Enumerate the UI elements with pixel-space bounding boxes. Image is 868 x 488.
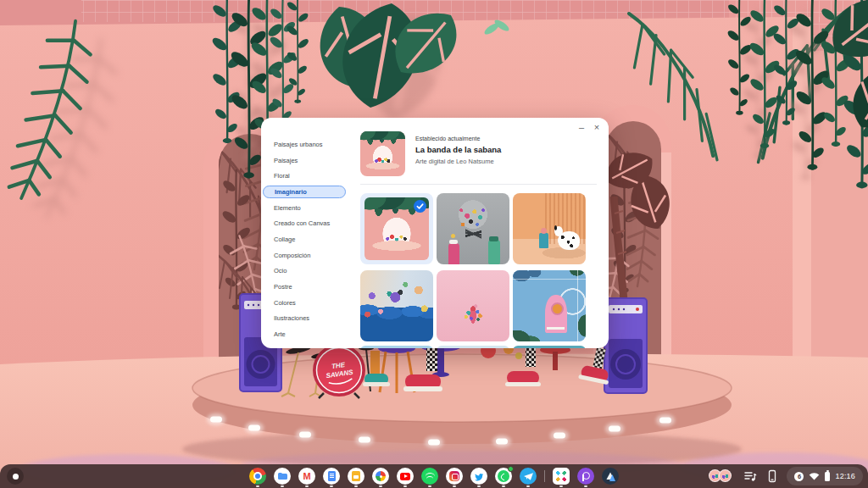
running-indicator: [559, 485, 563, 487]
wallpaper-grid: [360, 193, 586, 341]
google-photos-icon[interactable]: [372, 468, 389, 485]
running-indicator: [281, 485, 284, 487]
category-creado-con-canvas[interactable]: Creado con Canvas: [261, 215, 358, 231]
screenshot-thumb: [719, 469, 732, 482]
current-wallpaper-thumbnail: [360, 131, 405, 176]
wallpaper-tile-savanna-band[interactable]: [360, 193, 433, 264]
status-area[interactable]: 6 12:16: [787, 467, 863, 485]
running-indicator: [477, 485, 481, 487]
category-composicion[interactable]: Composición: [261, 247, 358, 263]
wallpaper-picker-window: – × Paisajes urbanos Paisajes Floral Ima…: [261, 118, 609, 348]
wallpaper-artist: Arte digital de Leo Natsume: [415, 158, 501, 165]
shelf-separator: [544, 470, 545, 482]
slides-icon[interactable]: [348, 468, 364, 485]
phone-hub-button[interactable]: [765, 469, 780, 484]
category-floral[interactable]: Floral: [261, 168, 358, 184]
shelf: 6 12:16: [0, 464, 868, 488]
band-members-legs: [363, 345, 615, 391]
window-controls: – ×: [575, 120, 604, 134]
docs-icon[interactable]: [323, 468, 340, 485]
tote-screenshots[interactable]: [709, 469, 736, 484]
svg-text:THE: THE: [331, 361, 347, 370]
running-indicator: [526, 485, 530, 487]
art-detail: [448, 243, 459, 264]
category-postre[interactable]: Postre: [261, 279, 358, 295]
running-indicator: [379, 485, 382, 487]
stage-led-lights: [207, 413, 675, 448]
wallpaper-tile-partial[interactable]: [437, 346, 509, 348]
notification-dot: [508, 466, 514, 472]
category-elemento[interactable]: Elemento: [261, 200, 358, 216]
art-detail: [545, 295, 567, 333]
notification-count-badge: 6: [794, 472, 804, 481]
whatsapp-icon[interactable]: [495, 468, 512, 485]
running-indicator: [584, 485, 587, 487]
drum-kit: THE SAVANS: [281, 341, 570, 398]
current-wallpaper-art: [360, 131, 405, 176]
wallpaper-tile-partial[interactable]: [513, 346, 586, 348]
back-wall: [0, 0, 868, 76]
running-indicator: [354, 485, 358, 487]
purple-p-app-icon[interactable]: [577, 468, 594, 485]
phone-icon: [765, 469, 780, 484]
wallpaper-tile-partial[interactable]: [360, 346, 433, 348]
launcher-button[interactable]: [7, 468, 24, 485]
category-ilustraciones[interactable]: Ilustraciones: [261, 311, 358, 327]
tile-art: [437, 270, 509, 341]
minimize-button[interactable]: –: [575, 120, 588, 134]
category-arte[interactable]: Arte: [261, 326, 358, 342]
slack-icon[interactable]: [553, 468, 570, 485]
wallpaper-tile-basketball-court[interactable]: [513, 270, 586, 341]
svg-text:SAVANS: SAVANS: [326, 369, 354, 380]
shelf-apps: [249, 468, 619, 485]
tile-art: [360, 270, 433, 341]
category-ocio[interactable]: Ocio: [261, 263, 358, 280]
category-paisajes-urbanos[interactable]: Paisajes urbanos: [261, 136, 358, 152]
launcher-icon: [13, 474, 19, 480]
clock: 12:16: [835, 472, 855, 480]
gallery-app-icon[interactable]: [602, 468, 619, 485]
running-indicator: [305, 485, 309, 487]
category-paisajes[interactable]: Paisajes: [261, 152, 358, 169]
wallpaper-grid-next-row: [360, 346, 586, 348]
running-indicator: [256, 485, 259, 487]
category-colores[interactable]: Colores: [261, 295, 358, 311]
system-tray: 6 12:16: [709, 467, 863, 485]
running-indicator: [428, 485, 431, 487]
wallpaper-tile-flower-sculptures[interactable]: [437, 193, 509, 264]
art-detail: [539, 233, 548, 248]
running-indicator: [403, 485, 407, 487]
media-controls-button[interactable]: [743, 469, 758, 484]
art-detail: [465, 219, 481, 248]
wifi-icon: [809, 472, 820, 480]
category-imaginario[interactable]: Imaginario: [263, 186, 346, 199]
drum-logo: THE SAVANS: [325, 360, 355, 385]
twitter-icon[interactable]: [470, 468, 487, 485]
currently-set-label: Establecido actualmente: [415, 136, 501, 141]
wallpaper-title: La banda de la sabana: [415, 145, 501, 154]
chrome-icon[interactable]: [249, 468, 266, 485]
category-collage[interactable]: Collage: [261, 231, 358, 247]
instagram-icon[interactable]: [446, 468, 463, 485]
art-detail: [457, 299, 489, 324]
running-indicator: [453, 485, 456, 487]
stage: [182, 354, 742, 468]
wallpaper-tile-pink-parade[interactable]: [437, 270, 509, 341]
gmail-icon[interactable]: [298, 468, 315, 485]
running-indicator: [330, 485, 333, 487]
wallpaper-tile-kid-and-dalmatian[interactable]: [513, 193, 586, 264]
palm-trunk: [599, 142, 678, 301]
chromeos-desktop: THE SAVANS: [0, 0, 868, 488]
wallpaper-tile-sea-balloons[interactable]: [360, 270, 433, 341]
close-button[interactable]: ×: [590, 120, 604, 134]
currently-set-section: Establecido actualmente La banda de la s…: [360, 131, 501, 176]
tile-art: [513, 270, 586, 341]
running-indicator: [502, 485, 505, 487]
tile-art: [513, 193, 586, 264]
art-detail: [488, 240, 500, 264]
telegram-icon[interactable]: [520, 468, 537, 485]
youtube-icon[interactable]: [397, 468, 414, 485]
spotify-icon[interactable]: [421, 468, 438, 485]
right-speaker: [604, 298, 647, 393]
files-icon[interactable]: [274, 468, 291, 485]
